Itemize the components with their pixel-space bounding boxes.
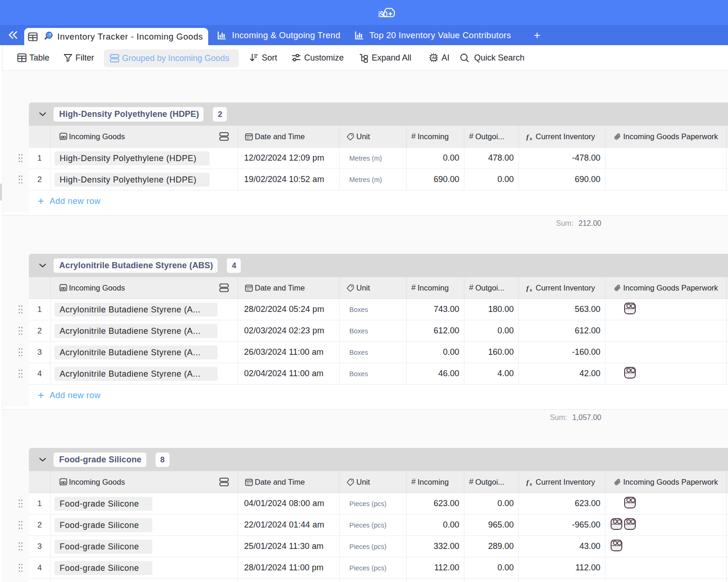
- svg-text:AI: AI: [432, 55, 436, 60]
- svg-text:x: x: [530, 136, 532, 140]
- svg-text:x: x: [530, 481, 532, 486]
- svg-text:iSO: iSO: [378, 10, 388, 19]
- svg-text:f: f: [526, 478, 530, 486]
- svg-text:f: f: [526, 133, 530, 140]
- svg-text:x: x: [530, 287, 532, 291]
- svg-text:f: f: [526, 284, 530, 291]
